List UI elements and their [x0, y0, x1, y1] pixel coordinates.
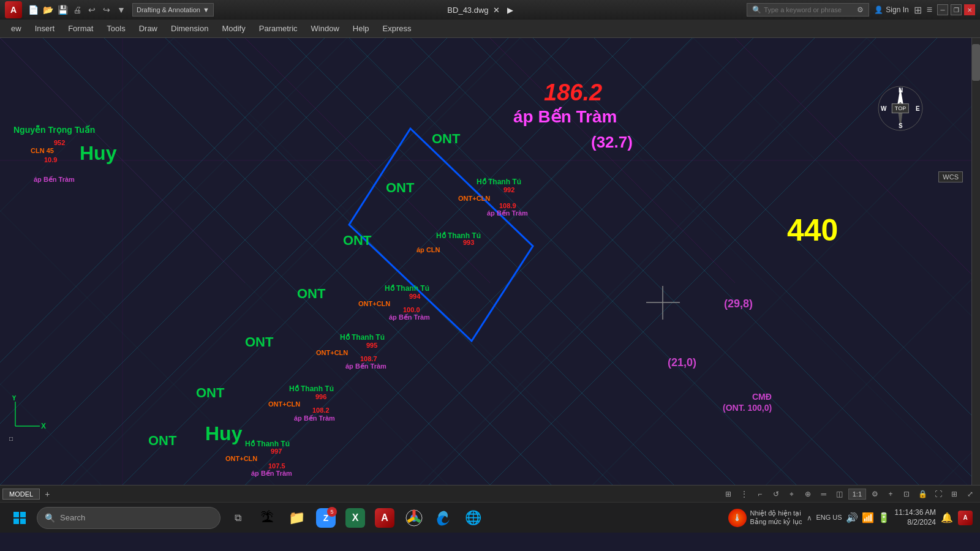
track-icon[interactable]: ⊕ — [801, 487, 815, 501]
menu-window[interactable]: Window — [305, 21, 345, 36]
plot-icon[interactable]: 🖨 — [71, 4, 83, 16]
ho-tu-997-ap: áp Bến Tràm — [251, 470, 292, 478]
redo-icon[interactable]: ↪ — [100, 4, 113, 16]
tab-close-icon[interactable]: ✕ — [493, 6, 500, 15]
svg-text:E: E — [916, 105, 920, 112]
menu-view[interactable]: ew — [5, 21, 28, 36]
grid-icon[interactable]: ⊞ — [721, 487, 736, 501]
clock-display[interactable]: 11:14:36 AM 8/2/2024 — [895, 508, 936, 527]
svg-line-16 — [0, 38, 551, 485]
app-logo[interactable]: A — [5, 1, 22, 18]
polar-icon[interactable]: ↺ — [769, 487, 783, 501]
ho-tu-994-ap: áp Bến Tràm — [389, 313, 430, 321]
save-icon[interactable]: 💾 — [56, 4, 69, 16]
weather-text: Nhiệt độ hiện tại Bảng mức kỷ lục — [750, 509, 802, 525]
minimize-button[interactable]: ─ — [937, 4, 948, 15]
expand-icon[interactable]: ⤢ — [963, 487, 978, 501]
search-input-top[interactable]: 🔍 Type a keyword or phrase ⚙ — [747, 3, 869, 17]
lock-icon[interactable]: 🔒 — [915, 487, 930, 501]
options-icon: ⚙ — [857, 6, 864, 14]
top-label: TOP — [892, 103, 909, 113]
wallpaper-icon: 🏝 — [260, 510, 274, 526]
weather-widget[interactable]: 🌡 Nhiệt độ hiện tại Bảng mức kỷ lục — [728, 509, 802, 527]
svg-text:Y: Y — [12, 395, 17, 402]
taskbar-app-extra[interactable]: 🌐 — [461, 506, 485, 530]
scrollbar-thumb[interactable] — [972, 44, 980, 81]
menu-express[interactable]: Express — [377, 21, 418, 36]
more-icon[interactable]: ≡ — [927, 4, 932, 15]
sign-in-btn[interactable]: 👤 Sign In — [874, 6, 908, 14]
menu-draw[interactable]: Draw — [133, 21, 164, 36]
svg-line-27 — [0, 38, 245, 283]
osnap-icon[interactable]: ⌖ — [785, 487, 799, 501]
taskbar-app-excel[interactable]: X — [343, 506, 368, 530]
svg-line-17 — [0, 38, 612, 485]
menu-modify[interactable]: Modify — [216, 21, 251, 36]
close-button[interactable]: ✕ — [964, 4, 975, 15]
plus-icon[interactable]: + — [883, 487, 898, 501]
taskbar-app-files[interactable]: 📁 — [284, 506, 309, 530]
text-952: 952 — [54, 139, 65, 146]
ho-tu-997-name: Hồ Thanh Tú — [245, 440, 290, 448]
full-nav-icon[interactable]: ⛶ — [931, 487, 946, 501]
network-icon[interactable]: 📶 — [862, 512, 874, 523]
cmd-label: CMĐ — [752, 392, 772, 402]
dropdown-icon[interactable]: ▼ — [115, 4, 127, 16]
snap-icon[interactable]: ⋮ — [737, 487, 752, 501]
apps-icon[interactable]: ⊞ — [914, 4, 922, 16]
extra-app-icon: 🌐 — [465, 510, 481, 526]
lineweight-icon[interactable]: ═ — [816, 487, 831, 501]
taskbar-app-autocad[interactable]: A — [372, 506, 397, 530]
task-view-button[interactable]: ⧉ — [225, 506, 250, 530]
settings-icon[interactable]: ⚙ — [867, 487, 882, 501]
taskbar-app-chrome[interactable] — [402, 506, 426, 530]
workspace-selector[interactable]: Drafting & Annotation ▼ — [132, 3, 214, 17]
new-file-icon[interactable]: 📄 — [27, 4, 39, 16]
file-title: BD_43.dwg ✕ ▶ — [219, 6, 742, 15]
lang-indicator[interactable]: ENG US — [816, 514, 842, 522]
ho-tu-996-name: Hồ Thanh Tú — [289, 384, 334, 393]
layout-tab-model[interactable]: MODEL — [2, 489, 40, 500]
restore-button[interactable]: ❐ — [951, 4, 962, 15]
ho-tu-994-name: Hồ Thanh Tú — [385, 284, 429, 293]
menu-parametric[interactable]: Parametric — [253, 21, 304, 36]
titlebar: A 📄 📂 💾 🖨 ↩ ↪ ▼ Drafting & Annotation ▼ … — [0, 0, 980, 20]
svg-rect-46 — [20, 512, 26, 517]
right-scrollbar[interactable] — [971, 38, 980, 485]
axis-indicator: X Y □ — [9, 395, 46, 442]
menu-format[interactable]: Format — [62, 21, 99, 36]
ont-label-4: ONT — [297, 286, 325, 302]
open-file-icon[interactable]: 📂 — [42, 4, 54, 16]
taskbar-search-bar[interactable]: 🔍 Search — [37, 507, 221, 529]
ortho-icon[interactable]: ⌐ — [753, 487, 767, 501]
tray-up-arrow[interactable]: ∧ — [807, 514, 812, 522]
battery-icon[interactable]: 🔋 — [878, 512, 890, 523]
menu-tools[interactable]: Tools — [100, 21, 131, 36]
taskbar-app-zoom[interactable]: Z 5 — [314, 506, 338, 530]
menu-help[interactable]: Help — [347, 21, 375, 36]
autocad-tray[interactable]: A — [958, 511, 973, 525]
huy-label-2: Huy — [205, 422, 242, 445]
ho-tu-992-cln: ONT+CLN — [458, 195, 490, 202]
text-ap-ben-tram1: áp Bến Tràm — [34, 176, 75, 184]
text-ap-ben-tram-big: áp Bến Tràm — [513, 107, 617, 127]
notification-icon[interactable]: 🔔 — [941, 512, 953, 523]
menu-insert[interactable]: Insert — [29, 21, 61, 36]
user-icon: 👤 — [874, 6, 883, 14]
start-button[interactable] — [7, 506, 32, 530]
ho-tu-996-num: 996 — [315, 393, 326, 400]
taskbar-app-wallpaper[interactable]: 🏝 — [255, 506, 279, 530]
taskbar-app-edge[interactable] — [431, 506, 456, 530]
workspace-icon2[interactable]: ⊞ — [947, 487, 962, 501]
tab-add-icon[interactable]: ▶ — [507, 6, 513, 15]
viewport-icon[interactable]: ⊡ — [899, 487, 914, 501]
scale-display[interactable]: 1:1 — [848, 489, 866, 500]
undo-icon[interactable]: ↩ — [86, 4, 98, 16]
menu-dimension[interactable]: Dimension — [165, 21, 214, 36]
drawing-canvas-area[interactable]: Nguyễn Trọng Tuấn 952 CLN 45 10.9 Huy áp… — [0, 38, 980, 485]
add-layout-btn[interactable]: + — [41, 488, 53, 500]
volume-icon[interactable]: 🔊 — [846, 512, 858, 523]
svg-line-30 — [735, 38, 980, 283]
transparency-icon[interactable]: ◫ — [832, 487, 847, 501]
text-186-2: 186.2 — [544, 80, 602, 106]
